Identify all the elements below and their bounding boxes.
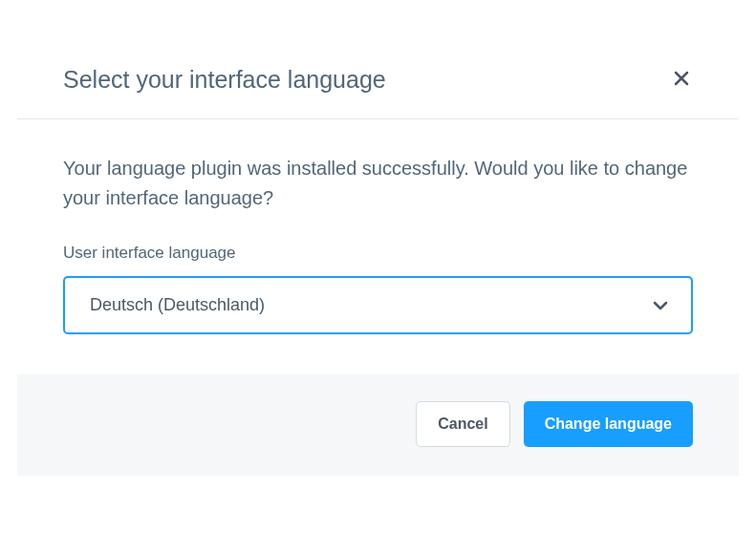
language-select-value: Deutsch (Deutschland) bbox=[90, 295, 265, 315]
close-button[interactable] bbox=[670, 65, 693, 94]
language-select[interactable]: Deutsch (Deutschland) bbox=[63, 276, 693, 334]
dialog-message: Your language plugin was installed succe… bbox=[63, 154, 693, 213]
close-icon bbox=[674, 67, 689, 91]
dialog-title: Select your interface language bbox=[63, 66, 386, 94]
language-select-wrapper: Deutsch (Deutschland) bbox=[63, 276, 693, 334]
dialog-body: Your language plugin was installed succe… bbox=[17, 119, 739, 374]
language-dialog: Select your interface language Your lang… bbox=[17, 38, 739, 476]
chevron-down-icon bbox=[653, 295, 668, 315]
language-field-label: User interface language bbox=[63, 244, 693, 263]
dialog-header: Select your interface language bbox=[17, 38, 739, 119]
dialog-footer: Cancel Change language bbox=[17, 374, 739, 476]
cancel-button[interactable]: Cancel bbox=[416, 401, 509, 447]
change-language-button[interactable]: Change language bbox=[524, 401, 693, 447]
